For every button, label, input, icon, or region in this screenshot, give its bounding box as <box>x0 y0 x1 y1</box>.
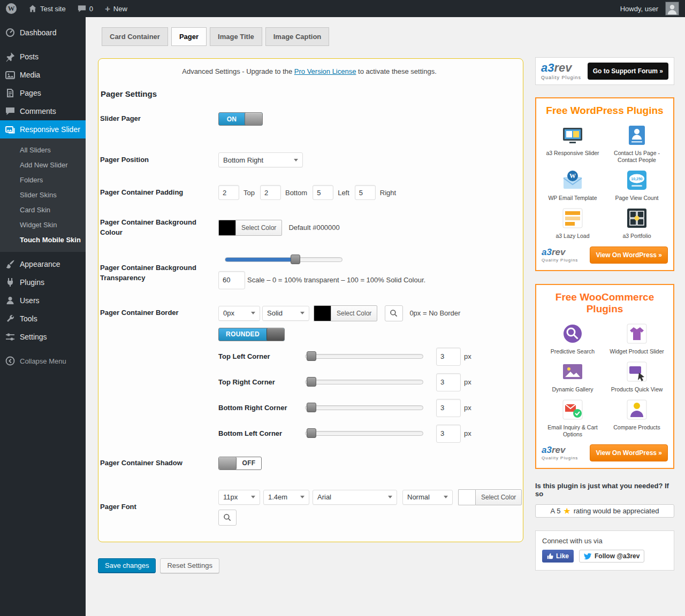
collapse-menu-button[interactable]: Collapse Menu <box>0 353 86 368</box>
slider-handle[interactable] <box>307 351 316 361</box>
svg-text:W: W <box>569 172 576 180</box>
bottom-right-corner-input[interactable] <box>436 399 461 417</box>
sidebar-item-users[interactable]: Users <box>0 291 86 310</box>
top-left-corner-slider[interactable] <box>305 354 423 359</box>
plugin-item-compare-products[interactable]: Compare Products <box>605 398 669 438</box>
bg-select-color-button[interactable]: Select Color <box>235 220 282 236</box>
plugin-label: Contact Us Page - Contact People <box>607 150 667 164</box>
sidebar-subitem-all-sliders[interactable]: All Sliders <box>0 142 86 157</box>
padding-top-input[interactable] <box>218 185 239 200</box>
padding-left-input[interactable] <box>313 185 333 200</box>
admin-bar-new[interactable]: + New <box>99 0 133 17</box>
tab-image-title[interactable]: Image Title <box>210 27 262 46</box>
sidebar-item-responsive-slider[interactable]: Responsive Slider <box>0 120 86 138</box>
plugin-item-dynamic-gallery[interactable]: Dynamic Gallery <box>541 360 605 393</box>
tab-card-container[interactable]: Card Container <box>102 27 168 46</box>
pager-font-row: Pager Font 11px 1.4em <box>100 489 519 526</box>
toggle-knob[interactable] <box>267 328 284 341</box>
top-left-corner-input[interactable] <box>436 348 461 366</box>
sidebar-subitem-slider-skins[interactable]: Slider Skins <box>0 187 86 202</box>
slider-pager-toggle[interactable]: ON <box>218 112 263 126</box>
chevron-down-icon <box>300 312 305 314</box>
top-right-corner-input[interactable] <box>436 373 461 391</box>
responsive-slider-submenu: All Sliders Add New Slider Folders Slide… <box>0 138 86 252</box>
font-preview-button[interactable] <box>218 510 237 526</box>
slider-handle[interactable] <box>307 403 316 412</box>
font-weight-select[interactable]: Normal <box>402 490 453 505</box>
plugin-label: Widget Product Slider <box>610 348 664 355</box>
sidebar-subitem-add-new-slider[interactable]: Add New Slider <box>0 157 86 172</box>
sidebar-item-dashboard[interactable]: Dashboard <box>0 24 86 42</box>
sidebar-subitem-folders[interactable]: Folders <box>0 172 86 187</box>
save-changes-button[interactable]: Save changes <box>98 558 156 573</box>
plugin-item-predictive-search[interactable]: Predictive Search <box>541 322 605 355</box>
border-colour-swatch[interactable] <box>314 305 331 321</box>
thumbs-up-icon <box>547 553 553 559</box>
plugin-item-a3-responsive-slider[interactable]: a3 Responsive Slider <box>541 124 605 164</box>
sidebar-item-plugins[interactable]: Plugins <box>0 273 86 291</box>
bottom-right-corner-slider[interactable] <box>305 405 423 410</box>
plugin-item-page-view-count[interactable]: 10,250 Page View Count <box>605 168 669 202</box>
admin-bar-comments[interactable]: 0 <box>72 0 99 17</box>
bottom-left-corner-slider[interactable] <box>305 431 423 436</box>
sidebar-item-tools[interactable]: Tools <box>0 310 86 328</box>
sidebar-item-pages[interactable]: Pages <box>0 84 86 102</box>
pro-version-license-link[interactable]: Pro Version License <box>294 67 356 75</box>
plugin-item-contact-us-page[interactable]: Contact Us Page - Contact People <box>605 124 669 164</box>
sidebar-item-media[interactable]: Media <box>0 66 86 84</box>
border-preview-button[interactable] <box>385 305 403 321</box>
transparency-slider-handle[interactable] <box>291 255 300 264</box>
plugin-item-wp-email-template[interactable]: W WP Email Template <box>541 168 605 202</box>
plugin-item-a3-portfolio[interactable]: a3 Portfolio <box>605 206 669 240</box>
sidebar-item-settings[interactable]: Settings <box>0 328 86 346</box>
toggle-knob[interactable] <box>245 113 262 125</box>
sidebar-item-posts[interactable]: Posts <box>0 48 86 66</box>
twitter-follow-button[interactable]: Follow @a3rev <box>579 550 644 563</box>
sidebar-subitem-touch-mobile-skin[interactable]: Touch Mobile Skin <box>0 232 86 247</box>
bottom-left-corner-input[interactable] <box>436 425 461 443</box>
bg-colour-swatch[interactable] <box>218 220 235 236</box>
border-width-select[interactable]: 0px <box>218 306 260 321</box>
font-select-color-button[interactable]: Select Color <box>475 489 522 505</box>
plugin-item-widget-product-slider[interactable]: Widget Product Slider <box>605 322 669 355</box>
toggle-knob[interactable] <box>219 457 237 469</box>
transparency-input[interactable] <box>218 271 245 289</box>
slider-handle[interactable] <box>307 428 316 438</box>
rating-link[interactable]: A 5 ★ rating would be appreciated <box>535 504 674 518</box>
plugin-item-a3-lazy-load[interactable]: a3 Lazy Load <box>541 206 605 240</box>
border-style-select[interactable]: Solid <box>262 306 309 321</box>
transparency-slider[interactable] <box>225 257 342 262</box>
site-name-link[interactable]: Test site <box>22 0 72 17</box>
reset-settings-button[interactable]: Reset Settings <box>160 558 219 573</box>
shadow-toggle[interactable]: OFF <box>218 457 262 470</box>
sidebar-item-comments[interactable]: Comments <box>0 102 86 120</box>
wordpress-logo-menu[interactable]: W <box>0 0 22 17</box>
line-height-select[interactable]: 1.4em <box>263 490 309 505</box>
howdy-account-menu[interactable]: Howdy, user <box>614 0 685 17</box>
support-forum-button[interactable]: Go to Support Forum » <box>588 63 668 80</box>
tab-pager[interactable]: Pager <box>171 27 207 46</box>
a3rev-logo-rev: rev <box>552 247 566 257</box>
sidebar-item-appearance[interactable]: Appearance <box>0 255 86 273</box>
plugin-item-products-quick-view[interactable]: Products Quick View <box>605 360 669 393</box>
view-on-wordpress-button[interactable]: View On WordPress » <box>590 444 668 461</box>
facebook-like-button[interactable]: Like <box>542 550 574 563</box>
padding-right-input[interactable] <box>355 185 376 200</box>
connect-title: Connect with us via <box>542 537 667 545</box>
tab-image-caption[interactable]: Image Caption <box>265 27 330 46</box>
pager-position-select[interactable]: Bottom Right <box>218 152 303 167</box>
media-icon <box>5 70 16 80</box>
sidebar-subitem-card-skin[interactable]: Card Skin <box>0 202 86 217</box>
font-size-select[interactable]: 11px <box>218 490 260 505</box>
font-family-select[interactable]: Arial <box>313 490 397 505</box>
font-colour-swatch[interactable] <box>458 489 475 505</box>
chevron-down-icon <box>444 496 448 498</box>
top-right-corner-slider[interactable] <box>305 380 423 384</box>
border-select-color-button[interactable]: Select Color <box>331 305 377 321</box>
padding-bottom-input[interactable] <box>260 185 281 200</box>
sidebar-subitem-widget-skin[interactable]: Widget Skin <box>0 217 86 232</box>
plugin-item-email-inquiry[interactable]: Email Inquiry & Cart Options <box>541 398 605 438</box>
view-on-wordpress-button[interactable]: View On WordPress » <box>590 247 668 264</box>
rounded-toggle[interactable]: ROUNDED <box>218 328 285 341</box>
slider-handle[interactable] <box>307 377 316 387</box>
